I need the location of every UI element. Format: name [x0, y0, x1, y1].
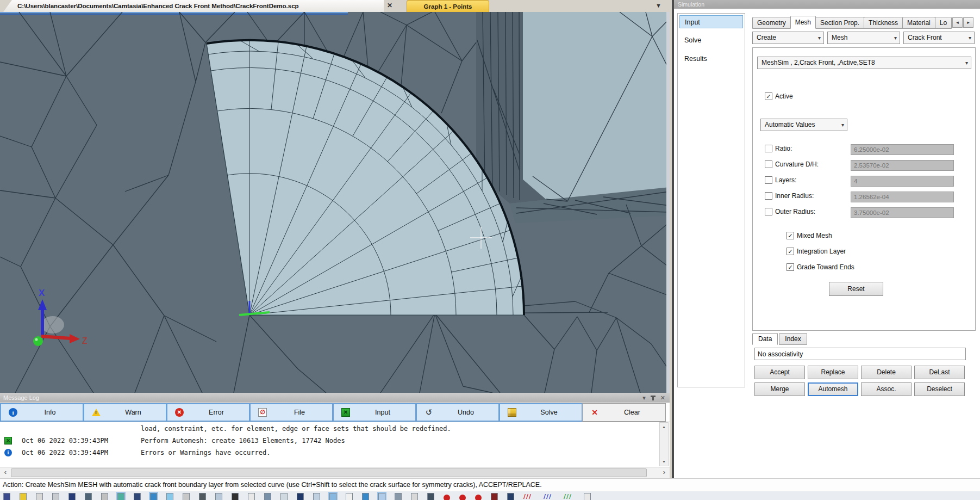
toolbar-icon[interactable] [101, 493, 108, 500]
tab-scroll-right-icon[interactable]: ▸ [963, 17, 973, 28]
toolbar-icon[interactable]: /// [523, 493, 534, 500]
input-icon: ✕ [341, 408, 350, 417]
merge-button[interactable]: Merge [754, 382, 805, 396]
toolbar-icon[interactable] [313, 493, 320, 500]
toolbar-icon[interactable] [117, 493, 124, 500]
toolbar-icon[interactable] [166, 493, 173, 500]
toolbar-icon[interactable] [280, 493, 288, 500]
log-undo-button[interactable]: ↺ Undo [416, 403, 500, 422]
values-mode-dropdown[interactable]: Automatic Values ▾ [760, 119, 847, 131]
log-filter-file-button[interactable]: ∅ File [249, 403, 333, 422]
toolbar-icon[interactable] [3, 493, 10, 500]
toolbar-icon[interactable] [427, 493, 434, 500]
toolbar-icon[interactable]: /// [544, 493, 554, 500]
toolbar-icon[interactable] [85, 493, 92, 500]
toolbar-icon[interactable] [346, 493, 353, 500]
associativity-field[interactable] [754, 348, 966, 360]
integration-layer-checkbox[interactable]: ✓ [787, 248, 794, 255]
accept-button[interactable]: Accept [754, 366, 805, 379]
model-viewport[interactable]: X Z [0, 12, 670, 393]
toolbar-icon[interactable] [411, 493, 418, 500]
pin-icon[interactable] [652, 396, 654, 400]
replace-button[interactable]: Replace [808, 366, 858, 379]
tab-loads[interactable]: Lo [935, 17, 952, 29]
toolbar-icon[interactable] [491, 493, 498, 500]
inner-radius-checkbox[interactable] [765, 192, 772, 200]
log-filter-info-button[interactable]: i Info [0, 403, 84, 422]
toolbar-icon[interactable] [459, 495, 466, 500]
toolbar-icon[interactable] [183, 493, 190, 500]
tab-index[interactable]: Index [779, 333, 807, 345]
toolbar-icon[interactable] [297, 493, 304, 500]
entity-dropdown[interactable]: Mesh ▾ [827, 32, 900, 44]
toolbar-icon[interactable] [199, 493, 206, 500]
grade-toward-ends-checkbox[interactable]: ✓ [787, 263, 794, 271]
toolbar-icon[interactable] [248, 493, 255, 500]
log-vertical-scrollbar[interactable]: ▴ ▾ [659, 422, 669, 466]
deselect-button[interactable]: Deselect [914, 382, 965, 396]
toolbar-icon[interactable] [475, 495, 482, 500]
tab-thickness[interactable]: Thickness [864, 17, 903, 29]
reset-button[interactable]: Reset [829, 282, 883, 296]
tab-geometry[interactable]: Geometry [752, 17, 791, 29]
nav-item-input[interactable]: Input [679, 15, 743, 28]
toolbar-icon[interactable] [134, 493, 141, 500]
toolbar-icon[interactable] [68, 493, 76, 500]
mesh-set-dropdown[interactable]: MeshSim , 2,Crack Front, ,Active,SET8 ▾ [757, 57, 971, 69]
mixed-mesh-checkbox[interactable]: ✓ [787, 232, 794, 239]
log-clear-button[interactable]: ✕ Clear [582, 403, 666, 422]
toolbar-icon[interactable] [584, 493, 591, 500]
tab-data[interactable]: Data [752, 333, 778, 345]
toolbar-icon[interactable] [395, 493, 402, 500]
toolbar-icon[interactable] [264, 493, 271, 500]
toolbar-icon[interactable] [232, 493, 239, 500]
log-filter-error-button[interactable]: ✕ Error [166, 403, 250, 422]
scroll-left-icon[interactable]: ‹ [1, 468, 10, 477]
automesh-button[interactable]: Automesh [808, 382, 858, 396]
toolbar-icon[interactable] [20, 493, 27, 500]
nav-item-solve[interactable]: Solve [679, 34, 743, 47]
toolbar-icon[interactable] [507, 493, 514, 500]
toolbar-icon[interactable] [215, 493, 222, 500]
action-dropdown[interactable]: Create ▾ [752, 32, 824, 44]
toolbar-icon[interactable] [378, 493, 385, 500]
log-collapse-icon[interactable]: ▾ [642, 394, 646, 402]
close-icon[interactable]: ✕ [387, 2, 392, 9]
delast-button[interactable]: DeLast [914, 366, 965, 379]
nav-item-results[interactable]: Results [679, 52, 743, 65]
toolbar-icon[interactable] [444, 495, 450, 500]
layers-checkbox[interactable] [765, 176, 772, 184]
log-close-icon[interactable]: ✕ [660, 394, 665, 402]
tab-scroll-left-icon[interactable]: ◂ [952, 17, 963, 28]
log-solve-button[interactable]: Solve [499, 403, 583, 422]
file-tab[interactable]: C:\Users\blancaster\Documents\Camtasia\E… [3, 0, 384, 12]
scrollbar-thumb[interactable] [11, 468, 647, 477]
curvature-checkbox[interactable] [765, 161, 772, 168]
method-dropdown[interactable]: Crack Front ▾ [903, 32, 975, 44]
toolbar-icon[interactable] [329, 493, 336, 500]
delete-button[interactable]: Delete [861, 366, 912, 379]
graph-tab[interactable]: Graph 1 - Points [407, 0, 489, 12]
active-checkbox[interactable]: ✓ [765, 92, 772, 100]
ratio-checkbox[interactable] [765, 145, 772, 152]
toolbar-icon[interactable]: /// [564, 493, 575, 500]
tab-material[interactable]: Material [902, 17, 935, 29]
scroll-right-icon[interactable]: › [660, 468, 669, 477]
toolbar-icon[interactable] [36, 493, 43, 500]
message-log-panel: Message Log ▾ ✕ i Info ! Warn ✕ Error ∅ … [0, 393, 670, 478]
toolbar-icon[interactable] [150, 493, 157, 500]
outer-radius-checkbox[interactable] [765, 208, 772, 215]
tab-mesh[interactable]: Mesh [790, 16, 816, 29]
viewport-canvas[interactable]: X Z [0, 12, 670, 393]
tab-list-dropdown-icon[interactable]: ▼ [656, 2, 661, 9]
scroll-up-icon[interactable]: ▴ [660, 423, 668, 431]
toolbar-icon[interactable] [52, 493, 59, 500]
scroll-down-icon[interactable]: ▾ [660, 458, 668, 466]
assoc-button[interactable]: Assoc. [861, 382, 912, 396]
log-horizontal-scrollbar[interactable]: ‹ › [0, 467, 670, 478]
tab-section-prop[interactable]: Section Prop. [815, 17, 864, 29]
ratio-label: Ratio: [775, 145, 792, 152]
log-filter-input-button[interactable]: ✕ Input [333, 403, 416, 422]
log-filter-warn-button[interactable]: ! Warn [83, 403, 167, 422]
toolbar-icon[interactable] [362, 493, 369, 500]
